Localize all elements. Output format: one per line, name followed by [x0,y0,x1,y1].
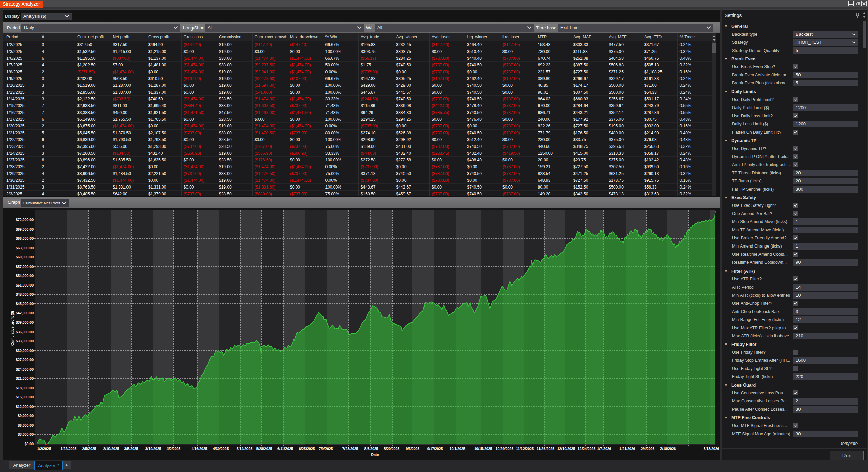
svg-text:$3,000.00: $3,000.00 [18,432,34,436]
svg-text:10/1/2025: 10/1/2025 [450,447,466,451]
svg-text:$6,000.00: $6,000.00 [18,423,34,427]
svg-text:5/14/2025: 5/14/2025 [237,447,253,451]
svg-text:$0.00: $0.00 [25,442,34,446]
svg-text:3/19/2025: 3/19/2025 [145,447,161,451]
svg-text:7/23/2025: 7/23/2025 [342,447,358,451]
svg-text:$72,000.00: $72,000.00 [16,218,34,222]
svg-text:11/26/2025: 11/26/2025 [537,447,554,451]
svg-text:$42,000.00: $42,000.00 [16,311,34,315]
svg-text:$15,000.00: $15,000.00 [16,395,34,399]
svg-text:12/24/2025: 12/24/2025 [578,447,596,451]
svg-text:$36,000.00: $36,000.00 [16,330,34,334]
svg-text:2/19/2025: 2/19/2025 [103,447,119,451]
svg-text:$12,000.00: $12,000.00 [16,405,34,409]
svg-text:9/17/2025: 9/17/2025 [427,447,443,451]
svg-text:6/25/2025: 6/25/2025 [299,447,315,451]
svg-text:2/5/2025: 2/5/2025 [82,447,96,451]
svg-text:8/20/2025: 8/20/2025 [384,447,400,451]
svg-text:$24,000.00: $24,000.00 [16,367,34,371]
svg-text:7/9/2025: 7/9/2025 [319,447,333,451]
svg-text:10/29/2025: 10/29/2025 [496,447,514,451]
svg-text:2/18/2026: 2/18/2026 [660,447,676,451]
svg-text:$63,000.00: $63,000.00 [16,246,34,250]
svg-text:4/16/2025: 4/16/2025 [192,447,208,451]
svg-text:3/18/2026: 3/18/2026 [704,447,719,451]
svg-text:1/2/2025: 1/2/2025 [37,447,51,451]
svg-text:$18,000.00: $18,000.00 [16,386,34,390]
svg-text:$60,000.00: $60,000.00 [16,255,34,259]
svg-text:4/30/2025: 4/30/2025 [213,447,229,451]
svg-text:9/3/2025: 9/3/2025 [406,447,420,451]
svg-text:3/5/2025: 3/5/2025 [124,447,138,451]
svg-text:Date: Date [371,453,379,457]
svg-text:$39,000.00: $39,000.00 [16,320,34,324]
svg-text:4/2/2025: 4/2/2025 [167,447,181,451]
svg-text:$48,000.00: $48,000.00 [16,292,34,296]
svg-text:1/22/2025: 1/22/2025 [61,447,77,451]
svg-text:$9,000.00: $9,000.00 [18,414,34,418]
svg-text:2/4/2026: 2/4/2026 [641,447,655,451]
svg-text:Cumulative profit ($): Cumulative profit ($) [10,311,14,346]
svg-text:5/28/2025: 5/28/2025 [256,447,272,451]
svg-text:$21,000.00: $21,000.00 [16,376,34,380]
svg-text:$69,000.00: $69,000.00 [16,227,34,231]
svg-text:1/7/2026: 1/7/2026 [597,447,611,451]
svg-text:$57,000.00: $57,000.00 [16,264,34,269]
svg-text:$30,000.00: $30,000.00 [16,349,34,353]
svg-text:6/11/2025: 6/11/2025 [277,447,293,451]
svg-text:1/21/2026: 1/21/2026 [619,447,635,451]
svg-text:11/12/2025: 11/12/2025 [516,447,534,451]
svg-text:$66,000.00: $66,000.00 [16,236,34,240]
svg-text:10/15/2025: 10/15/2025 [474,447,492,451]
svg-text:8/6/2025: 8/6/2025 [364,447,378,451]
svg-text:$45,000.00: $45,000.00 [16,302,34,306]
svg-text:$51,000.00: $51,000.00 [16,283,34,287]
svg-text:12/10/2025: 12/10/2025 [557,447,575,451]
svg-text:$27,000.00: $27,000.00 [16,358,34,362]
svg-text:$33,000.00: $33,000.00 [16,339,34,343]
svg-text:$54,000.00: $54,000.00 [16,274,34,278]
